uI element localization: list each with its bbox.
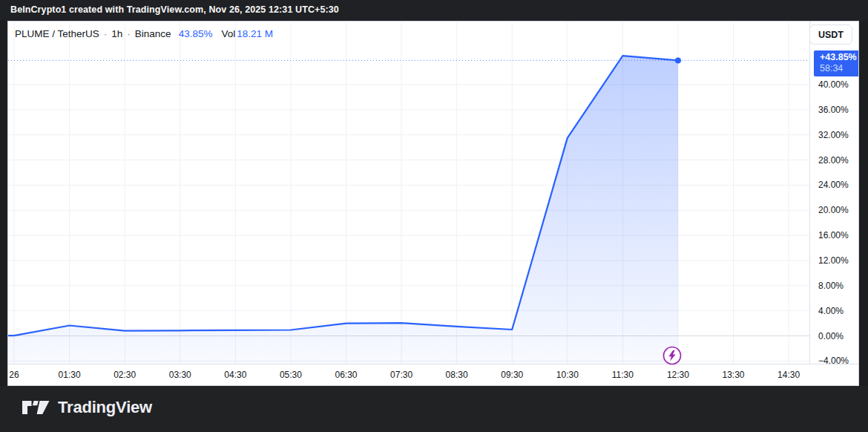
x-axis-label: 13:30: [713, 364, 754, 385]
x-axis-label: 05:30: [270, 364, 312, 385]
legend-separator: ·: [127, 28, 131, 39]
currency-toggle-button[interactable]: USDT: [809, 24, 852, 45]
x-axis-label: 07:30: [381, 364, 422, 385]
volume-label: Vol: [221, 28, 235, 39]
last-price-badge: +43.85% 58:34: [814, 50, 859, 76]
x-axis-label: 26: [7, 364, 35, 385]
x-axis-label: 14:30: [768, 364, 809, 385]
symbol-name[interactable]: PLUME / TetherUS: [15, 28, 99, 39]
y-axis-label: 24.00%: [818, 179, 849, 191]
x-axis-label: 02:30: [104, 364, 145, 385]
price-chart[interactable]: [8, 22, 859, 386]
attribution-bar: BeInCrypto1 created with TradingView.com…: [0, 0, 868, 21]
y-axis-label: −4.00%: [818, 355, 849, 367]
x-axis-label: 04:30: [214, 364, 256, 385]
interval-label[interactable]: 1h: [111, 28, 122, 39]
x-axis-label: 10:30: [547, 364, 588, 385]
badge-change-value: +43.85%: [820, 52, 859, 63]
footer-bar: TradingView: [0, 386, 868, 432]
y-axis-label: 16.00%: [818, 229, 849, 241]
tradingview-logo-icon: [21, 397, 50, 418]
tradingview-wordmark: TradingView: [58, 398, 152, 417]
event-marker[interactable]: [662, 345, 683, 366]
y-axis-label: 36.00%: [818, 104, 849, 116]
x-axis-label: 01:30: [49, 364, 91, 385]
y-axis-label: 12.00%: [818, 255, 849, 266]
y-axis-label: 32.00%: [818, 129, 849, 141]
tradingview-link[interactable]: TradingView: [21, 397, 152, 418]
badge-countdown: 58:34: [820, 63, 859, 74]
chart-panel: PLUME / TetherUS · 1h · Binance 43.85% V…: [7, 21, 859, 386]
x-axis-label: 09:30: [491, 364, 533, 385]
x-axis-label: 11:30: [602, 364, 643, 385]
x-axis-label: 12:30: [657, 364, 699, 385]
y-axis-label: 0.00%: [818, 330, 844, 342]
x-axis-label: 03:30: [160, 364, 201, 385]
y-axis-label: 40.00%: [818, 79, 849, 91]
chart-legend: PLUME / TetherUS · 1h · Binance 43.85% V…: [15, 28, 273, 39]
exchange-label[interactable]: Binance: [135, 28, 171, 39]
volume-value: 18.21 M: [237, 28, 273, 39]
attribution-text: BeInCrypto1 created with TradingView.com…: [10, 4, 339, 15]
x-axis-label: 08:30: [436, 364, 478, 385]
y-axis-label: 28.00%: [818, 154, 849, 166]
legend-separator: ·: [104, 28, 108, 39]
y-axis-label: 4.00%: [818, 305, 844, 317]
time-scale[interactable]: 2601:3002:3003:3004:3005:3006:3007:3008:…: [8, 364, 809, 386]
change-percent: 43.85%: [179, 28, 213, 39]
y-axis-label: 20.00%: [818, 204, 849, 216]
x-axis-label: 06:30: [325, 364, 366, 385]
y-axis-label: 8.00%: [818, 280, 844, 292]
lightning-icon: [662, 345, 683, 366]
